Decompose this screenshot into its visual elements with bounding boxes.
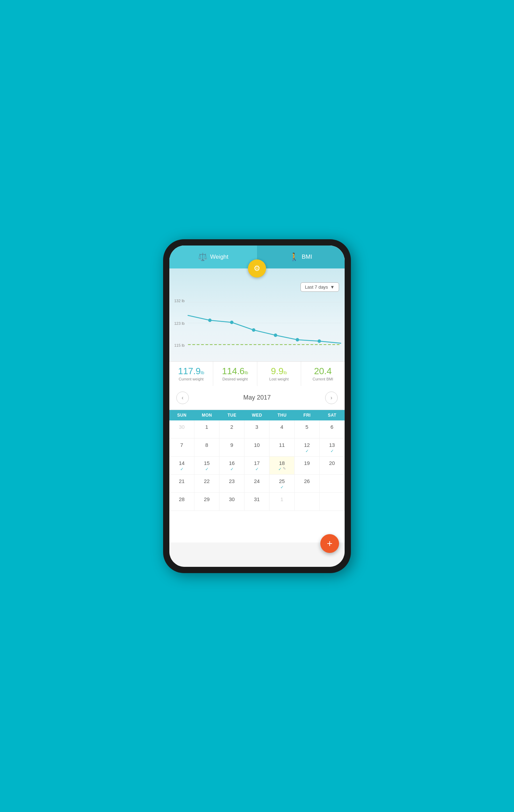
cal-day-24[interactable]: 24 (244, 475, 270, 493)
cal-day-number: 30 (229, 496, 235, 502)
cal-day-number: 6 (330, 424, 333, 430)
add-entry-button[interactable]: + (320, 534, 339, 553)
cal-day-1[interactable]: 1 (194, 420, 219, 439)
settings-icon: ⚙ (254, 264, 260, 273)
cal-day-15[interactable]: 15✓ (194, 457, 219, 475)
prev-month-button[interactable]: ‹ (176, 392, 189, 404)
current-weight-label: Current weight (172, 377, 210, 381)
cal-day-empty[interactable] (295, 493, 320, 511)
cal-day-19[interactable]: 19 (295, 457, 320, 475)
cal-day-30[interactable]: 30 (169, 420, 194, 439)
cal-day-number: 16 (229, 460, 235, 466)
calendar-section: ‹ May 2017 › SUN MON TUE WED THU FRI SAT… (169, 386, 345, 542)
weight-chart: 132 lb 123 lb 115 lb (173, 295, 341, 358)
desired-weight-label: Desired weight (216, 377, 254, 381)
cal-day-30[interactable]: 30 (219, 493, 244, 511)
cal-day-28[interactable]: 28 (169, 493, 194, 511)
desired-weight-value: 114.6lb (216, 367, 254, 376)
cal-day-number: 14 (179, 460, 185, 466)
cal-header-mon: MON (194, 410, 219, 420)
cal-day-number: 21 (179, 478, 185, 484)
cal-day-7[interactable]: 7 (169, 439, 194, 457)
stat-current-weight: 117.9lb Current weight (169, 362, 213, 386)
phone-device: ⚖️ Weight ⚙ 🚶 BMI Last 7 days ▼ (163, 239, 351, 573)
phone-screen: ⚖️ Weight ⚙ 🚶 BMI Last 7 days ▼ (169, 246, 345, 567)
cal-header-tue: TUE (219, 410, 244, 420)
cal-check-icon: ✓ (305, 449, 309, 453)
cal-day-9[interactable]: 9 (219, 439, 244, 457)
cal-check-icon: ✓ (180, 467, 184, 472)
app-container: ⚖️ Weight ⚙ 🚶 BMI Last 7 days ▼ (169, 246, 345, 567)
cal-day-number: 15 (204, 460, 210, 466)
cal-day-number: 26 (304, 478, 310, 484)
cal-day-14[interactable]: 14✓ (169, 457, 194, 475)
filter-row: Last 7 days ▼ (169, 282, 345, 295)
cal-day-12[interactable]: 12✓ (295, 439, 320, 457)
cal-day-number: 24 (254, 478, 260, 484)
cal-day-2[interactable]: 2 (219, 420, 244, 439)
svg-point-9 (318, 339, 321, 343)
cal-day-8[interactable]: 8 (194, 439, 219, 457)
calendar-header: SUN MON TUE WED THU FRI SAT (169, 410, 345, 420)
cal-check-icon: ✓ (278, 467, 282, 472)
stat-desired-weight: 114.6lb Desired weight (213, 362, 257, 386)
settings-fab[interactable]: ⚙ (248, 259, 266, 278)
cal-day-21[interactable]: 21 (169, 475, 194, 493)
cal-day-number: 12 (304, 442, 310, 448)
cal-day-number: 17 (254, 460, 260, 466)
cal-edit-icon[interactable]: ✎ (283, 466, 286, 471)
cal-day-number: 28 (179, 496, 185, 502)
cal-day-number: 1 (280, 496, 283, 502)
cal-day-empty[interactable] (320, 475, 345, 493)
weight-icon: ⚖️ (198, 252, 207, 262)
filter-label: Last 7 days (305, 284, 328, 290)
chart-svg (173, 295, 341, 358)
cal-day-number: 2 (230, 424, 233, 430)
cal-day-10[interactable]: 10 (244, 439, 270, 457)
cal-day-25[interactable]: 25✓ (270, 475, 295, 493)
plus-icon: + (327, 538, 332, 549)
tab-weight[interactable]: ⚖️ Weight (169, 246, 257, 268)
cal-day-17[interactable]: 17✓ (244, 457, 270, 475)
cal-day-29[interactable]: 29 (194, 493, 219, 511)
chart-label-132: 132 lb (174, 299, 185, 303)
cal-day-18[interactable]: 18✓✎ (270, 457, 295, 475)
lost-weight-label: Lost weight (260, 377, 298, 381)
cal-day-4[interactable]: 4 (270, 420, 295, 439)
cal-day-26[interactable]: 26 (295, 475, 320, 493)
cal-day-empty[interactable] (320, 493, 345, 511)
chart-section: Last 7 days ▼ 132 lb 123 lb 115 lb (169, 268, 345, 361)
svg-point-5 (230, 321, 234, 324)
cal-day-11[interactable]: 11 (270, 439, 295, 457)
cal-day-1[interactable]: 1 (270, 493, 295, 511)
cal-day-6[interactable]: 6 (320, 420, 345, 439)
cal-check-icon: ✓ (205, 467, 209, 472)
cal-day-23[interactable]: 23 (219, 475, 244, 493)
cal-day-number: 13 (329, 442, 335, 448)
tab-bmi-label: BMI (302, 254, 312, 260)
next-month-button[interactable]: › (325, 392, 338, 404)
cal-day-20[interactable]: 20 (320, 457, 345, 475)
bmi-value: 20.4 (304, 367, 342, 376)
cal-day-31[interactable]: 31 (244, 493, 270, 511)
cal-day-number: 31 (254, 496, 260, 502)
calendar-month-label: May 2017 (243, 394, 271, 401)
cal-day-number: 18 (279, 460, 285, 466)
cal-day-16[interactable]: 16✓ (219, 457, 244, 475)
cal-day-3[interactable]: 3 (244, 420, 270, 439)
tab-bmi[interactable]: 🚶 BMI (257, 246, 345, 268)
cal-day-22[interactable]: 22 (194, 475, 219, 493)
stats-row: 117.9lb Current weight 114.6lb Desired w… (169, 361, 345, 386)
cal-header-sat: SAT (320, 410, 345, 420)
filter-button[interactable]: Last 7 days ▼ (300, 282, 339, 292)
cal-day-number: 22 (204, 478, 210, 484)
cal-day-number: 23 (229, 478, 235, 484)
cal-day-5[interactable]: 5 (295, 420, 320, 439)
cal-header-wed: WED (244, 410, 270, 420)
cal-day-number: 3 (255, 424, 258, 430)
cal-day-number: 10 (254, 442, 260, 448)
cal-check-icon: ✓ (255, 467, 259, 472)
cal-day-13[interactable]: 13✓ (320, 439, 345, 457)
cal-day-number: 29 (204, 496, 210, 502)
cal-day-number: 8 (205, 442, 208, 448)
